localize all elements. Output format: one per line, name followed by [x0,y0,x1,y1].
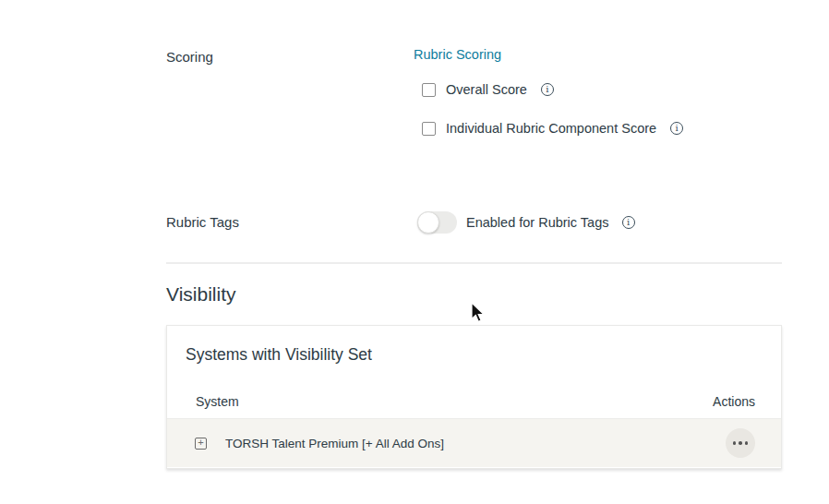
individual-rubric-score-label: Individual Rubric Component Score [446,121,656,136]
table-header: System Actions [167,385,781,418]
rubric-tags-section-label: Rubric Tags [166,214,239,230]
rubric-tags-toggle-label: Enabled for Rubric Tags [466,215,609,230]
scoring-section-label: Scoring [166,49,213,65]
ellipsis-icon [733,441,737,445]
table-row: TORSH Talent Premium [+ All Add Ons] [167,418,781,467]
visibility-card: Systems with Visibility Set System Actio… [166,325,782,469]
visibility-heading: Visibility [166,283,235,306]
toggle-knob [417,211,439,234]
visibility-card-title: Systems with Visibility Set [186,345,781,365]
overall-score-checkbox[interactable] [422,83,436,97]
expand-row-icon[interactable] [195,438,207,450]
column-header-system: System [196,394,239,409]
overall-score-label: Overall Score [446,82,527,97]
info-icon[interactable] [670,122,683,135]
column-header-actions: Actions [713,394,755,409]
rubric-tags-toggle[interactable] [417,211,457,234]
section-divider [166,262,782,264]
info-icon[interactable] [622,216,635,229]
ellipsis-icon [745,441,749,445]
info-icon[interactable] [541,83,554,96]
row-actions-button[interactable] [726,428,755,458]
rubric-tags-toggle-row: Enabled for Rubric Tags [417,211,635,234]
system-name: TORSH Talent Premium [+ All Add Ons] [225,437,726,450]
rubric-scoring-link[interactable]: Rubric Scoring [414,47,501,62]
individual-rubric-score-checkbox[interactable] [422,122,436,136]
individual-rubric-score-option: Individual Rubric Component Score [422,121,683,136]
mouse-cursor [470,302,486,324]
overall-score-option: Overall Score [422,82,554,97]
ellipsis-icon [739,441,742,445]
